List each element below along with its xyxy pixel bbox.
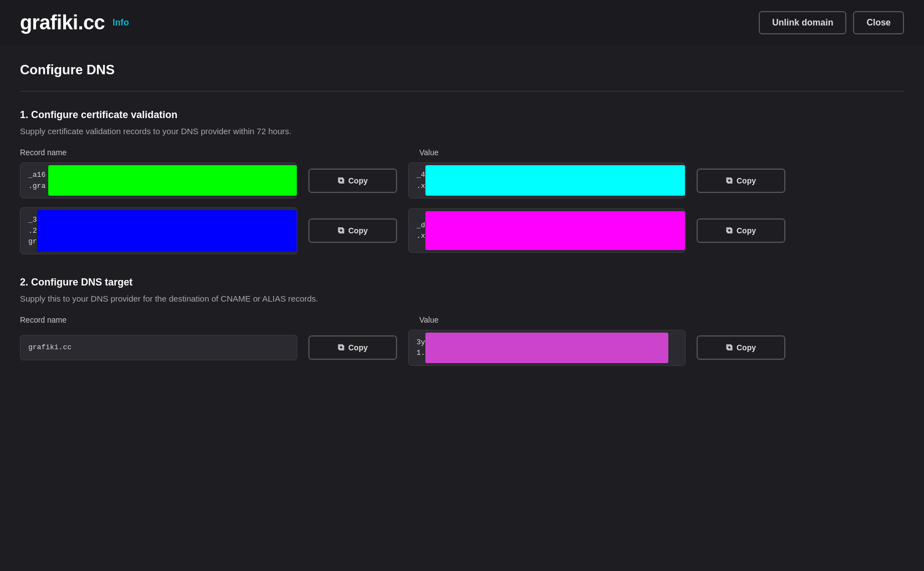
- unlink-domain-button[interactable]: Unlink domain: [759, 11, 846, 34]
- copy-dns-target-name-button[interactable]: ⧉ Copy: [308, 335, 397, 360]
- copy-label-val-1: Copy: [737, 176, 756, 185]
- copy-icon-dns-name: ⧉: [338, 343, 344, 353]
- copy-label-1: Copy: [348, 176, 368, 185]
- dns-target-name-field: grafiki.cc: [20, 335, 297, 360]
- col-header-record-name: Record name: [20, 148, 297, 157]
- col-header-value: Value: [419, 148, 697, 157]
- redact-block-cyan: [425, 165, 685, 196]
- close-button[interactable]: Close: [853, 11, 904, 34]
- copy-label-dns-value: Copy: [737, 343, 756, 352]
- copy-dns-target-value-button[interactable]: ⧉ Copy: [697, 335, 785, 360]
- record-value-field-1: _4.x: [408, 162, 686, 198]
- main-content: Configure DNS 1. Configure certificate v…: [0, 45, 924, 405]
- copy-value-button-1[interactable]: ⧉ Copy: [697, 169, 785, 193]
- copy-name-button-2[interactable]: ⧉ Copy: [308, 218, 397, 243]
- header-right: Unlink domain Close: [759, 11, 904, 34]
- redact-block-green: [48, 165, 297, 196]
- record-value-field-2: _d7b.xml: [408, 208, 686, 253]
- record-name-field-2: _3.2gr: [20, 207, 297, 254]
- section2-description: Supply this to your DNS provider for the…: [20, 294, 904, 303]
- section2-title: 2. Configure DNS target: [20, 277, 904, 288]
- col2-header-record-name: Record name: [20, 315, 297, 324]
- copy-value-button-2[interactable]: ⧉ Copy: [697, 218, 785, 243]
- copy-icon-2: ⧉: [338, 226, 344, 236]
- copy-icon-dns-value: ⧉: [726, 343, 732, 353]
- section2-col-headers: Record name Value: [20, 315, 904, 324]
- page-title: Configure DNS: [20, 62, 904, 78]
- info-button[interactable]: Info: [113, 18, 129, 28]
- redact-block-dns-value: [425, 333, 668, 363]
- table-row: grafiki.cc ⧉ Copy 3y1. ⧉ Copy: [20, 330, 904, 366]
- copy-icon-1: ⧉: [338, 176, 344, 186]
- dns-target-value-field: 3y1.: [408, 330, 686, 366]
- section1-col-headers: Record name Value: [20, 148, 904, 157]
- table-row: _3.2gr ⧉ Copy _d7b.xml ⧉ Copy: [20, 207, 904, 254]
- record-name-field-1: _a16.gra: [20, 162, 297, 198]
- section1-title: 1. Configure certificate validation: [20, 109, 904, 121]
- col2-header-value: Value: [419, 315, 697, 324]
- header-left: grafiki.cc Info: [20, 11, 129, 34]
- section-certificate-validation: 1. Configure certificate validation Supp…: [20, 109, 904, 254]
- domain-title: grafiki.cc: [20, 11, 105, 34]
- copy-name-button-1[interactable]: ⧉ Copy: [308, 169, 397, 193]
- section-dns-target: 2. Configure DNS target Supply this to y…: [20, 277, 904, 366]
- copy-label-val-2: Copy: [737, 226, 756, 235]
- redact-block-blue: [37, 210, 297, 252]
- section1-description: Supply certificate validation records to…: [20, 126, 904, 136]
- header: grafiki.cc Info Unlink domain Close: [0, 0, 924, 45]
- copy-icon-val-2: ⧉: [726, 226, 732, 236]
- copy-icon-val-1: ⧉: [726, 176, 732, 186]
- copy-label-dns-name: Copy: [348, 343, 368, 352]
- section-divider: [20, 91, 904, 91]
- redact-block-magenta: [425, 211, 685, 250]
- copy-label-2: Copy: [348, 226, 368, 235]
- table-row: _a16.gra ⧉ Copy _4.x ⧉ Copy: [20, 162, 904, 198]
- dns-target-name-text: grafiki.cc: [28, 342, 289, 353]
